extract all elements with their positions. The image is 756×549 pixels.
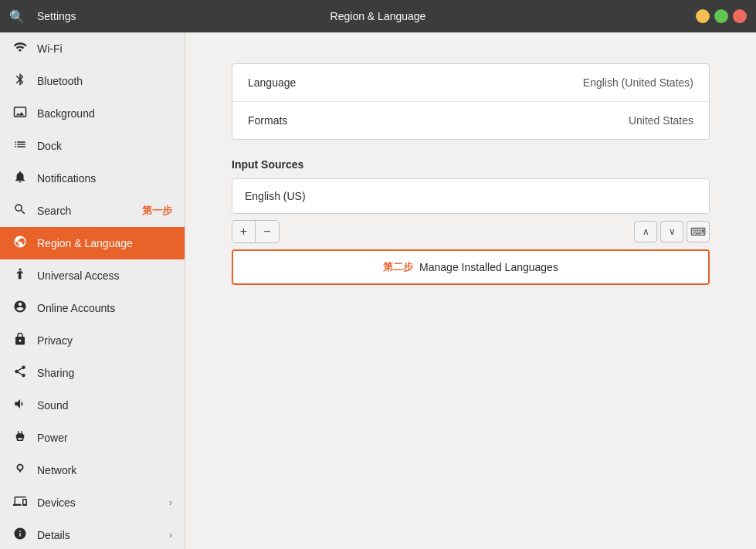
move-up-button[interactable]: ∧ bbox=[634, 221, 657, 242]
sidebar-label-wifi: Wi-Fi bbox=[37, 42, 172, 55]
minimize-button[interactable] bbox=[696, 9, 710, 23]
remove-input-source-button[interactable]: − bbox=[256, 221, 279, 242]
formats-value: United States bbox=[629, 114, 693, 127]
input-sources-toolbar: + − ∧ ∨ ⌨ bbox=[232, 220, 710, 243]
sidebar-item-privacy[interactable]: Privacy bbox=[0, 324, 185, 357]
language-row[interactable]: Language English (United States) bbox=[232, 64, 709, 102]
sidebar-label-details: Details bbox=[37, 529, 160, 541]
details-chevron-icon: › bbox=[169, 530, 172, 541]
sidebar-label-search: Search bbox=[37, 205, 133, 217]
sidebar-label-power: Power bbox=[37, 432, 172, 444]
wifi-icon bbox=[12, 40, 28, 57]
details-icon bbox=[12, 527, 28, 544]
sidebar-label-network: Network bbox=[37, 464, 172, 476]
devices-icon bbox=[12, 494, 28, 511]
sharing-icon bbox=[12, 364, 28, 381]
devices-chevron-icon: › bbox=[169, 497, 172, 508]
power-icon bbox=[12, 429, 28, 446]
manage-languages-container: 第二步 Manage Installed Languages bbox=[232, 249, 710, 285]
formats-row[interactable]: Formats United States bbox=[232, 102, 709, 139]
sidebar-label-background: Background bbox=[37, 107, 172, 120]
search-icon[interactable]: 🔍 bbox=[9, 9, 25, 24]
sidebar-item-wifi[interactable]: Wi-Fi bbox=[0, 32, 185, 65]
sidebar-label-dock: Dock bbox=[37, 140, 172, 152]
sidebar: Wi-Fi Bluetooth Background Dock Notifica bbox=[0, 32, 185, 549]
titlebar: 🔍 Settings Region & Language bbox=[0, 0, 756, 32]
maximize-button[interactable] bbox=[714, 9, 728, 23]
sidebar-item-details[interactable]: Details › bbox=[0, 519, 185, 549]
keyboard-settings-button[interactable]: ⌨ bbox=[687, 221, 710, 242]
sidebar-label-sharing: Sharing bbox=[37, 367, 172, 379]
manage-languages-button[interactable]: 第二步 Manage Installed Languages bbox=[233, 251, 708, 283]
sidebar-label-privacy: Privacy bbox=[37, 334, 172, 347]
language-settings-card: Language English (United States) Formats… bbox=[232, 63, 710, 140]
sidebar-label-bluetooth: Bluetooth bbox=[37, 75, 172, 87]
input-source-item[interactable]: English (US) bbox=[232, 179, 709, 213]
sidebar-item-background[interactable]: Background bbox=[0, 97, 185, 130]
background-icon bbox=[12, 105, 28, 122]
sidebar-item-power[interactable]: Power bbox=[0, 422, 185, 454]
main-layout: Wi-Fi Bluetooth Background Dock Notifica bbox=[0, 32, 756, 549]
page-title: Region & Language bbox=[331, 10, 426, 22]
input-sources-title: Input Sources bbox=[232, 158, 710, 171]
dock-icon bbox=[12, 137, 28, 154]
privacy-icon bbox=[12, 332, 28, 349]
universal-icon bbox=[12, 267, 28, 284]
language-label: Language bbox=[248, 76, 583, 89]
language-value: English (United States) bbox=[583, 76, 693, 89]
bluetooth-icon bbox=[12, 73, 28, 90]
window-controls bbox=[696, 9, 747, 23]
manage-annotation: 第二步 bbox=[383, 260, 413, 274]
sound-icon bbox=[12, 397, 28, 414]
svg-point-0 bbox=[19, 269, 22, 271]
sidebar-item-sharing[interactable]: Sharing bbox=[0, 357, 185, 389]
sidebar-item-dock[interactable]: Dock bbox=[0, 130, 185, 162]
sidebar-label-universal: Universal Access bbox=[37, 269, 172, 282]
close-button[interactable] bbox=[733, 9, 747, 23]
region-icon bbox=[12, 235, 28, 252]
notifications-icon bbox=[12, 170, 28, 187]
sidebar-item-notifications[interactable]: Notifications bbox=[0, 162, 185, 195]
app-title: Settings bbox=[37, 10, 76, 22]
sidebar-label-sound: Sound bbox=[37, 399, 172, 412]
search-sidebar-icon bbox=[12, 202, 28, 219]
formats-label: Formats bbox=[248, 114, 629, 127]
sidebar-item-search[interactable]: Search 第一步 bbox=[0, 195, 185, 227]
sidebar-item-online[interactable]: Online Accounts bbox=[0, 292, 185, 324]
network-icon bbox=[12, 462, 28, 479]
sidebar-item-region[interactable]: Region & Language bbox=[0, 227, 185, 259]
sidebar-item-universal[interactable]: Universal Access bbox=[0, 259, 185, 292]
move-down-button[interactable]: ∨ bbox=[660, 221, 683, 242]
sidebar-label-devices: Devices bbox=[37, 496, 160, 509]
sidebar-label-region: Region & Language bbox=[37, 237, 172, 249]
sidebar-label-online: Online Accounts bbox=[37, 302, 172, 314]
add-remove-group: + − bbox=[232, 220, 280, 243]
arrow-group: ∧ ∨ bbox=[634, 221, 683, 242]
sidebar-item-network[interactable]: Network bbox=[0, 454, 185, 486]
input-sources-list: English (US) bbox=[232, 178, 710, 214]
content-area: Language English (United States) Formats… bbox=[185, 32, 756, 549]
manage-label: Manage Installed Languages bbox=[419, 261, 558, 273]
sidebar-item-bluetooth[interactable]: Bluetooth bbox=[0, 65, 185, 97]
online-icon bbox=[12, 300, 28, 317]
sidebar-item-sound[interactable]: Sound bbox=[0, 389, 185, 422]
add-input-source-button[interactable]: + bbox=[232, 221, 256, 242]
search-annotation: 第一步 bbox=[142, 204, 172, 218]
sidebar-label-notifications: Notifications bbox=[37, 172, 172, 185]
sidebar-item-devices[interactable]: Devices › bbox=[0, 486, 185, 519]
